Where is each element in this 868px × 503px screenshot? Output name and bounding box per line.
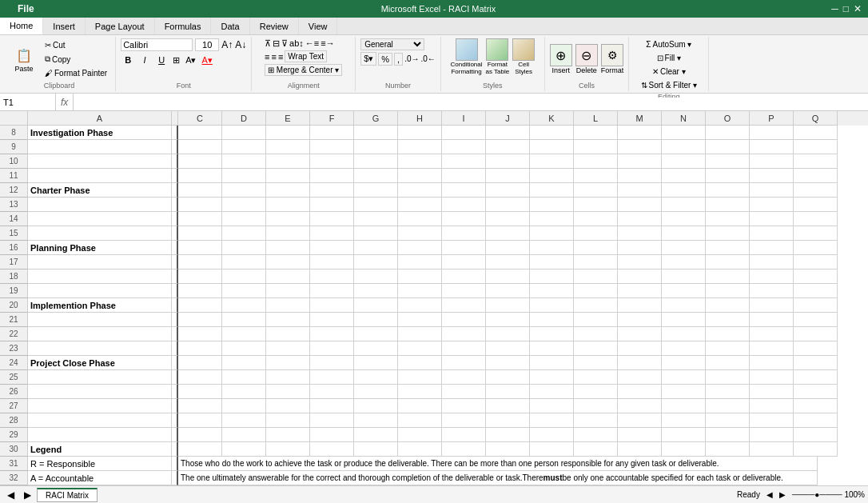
- cell-b12[interactable]: [172, 183, 178, 198]
- cell-o30[interactable]: [706, 442, 750, 457]
- cell-o26[interactable]: [706, 385, 750, 399]
- col-header-i[interactable]: I: [442, 111, 486, 126]
- col-header-h[interactable]: H: [398, 111, 442, 126]
- cell-d20[interactable]: [222, 298, 266, 313]
- cell-l18[interactable]: [574, 269, 618, 284]
- col-header-l[interactable]: L: [574, 111, 618, 126]
- cell-b8[interactable]: [172, 126, 178, 140]
- tab-data[interactable]: Data: [211, 18, 249, 34]
- cell-a11[interactable]: [28, 169, 172, 183]
- cell-q11[interactable]: [794, 169, 838, 183]
- cell-p27[interactable]: [750, 399, 794, 413]
- cell-g18[interactable]: [354, 269, 398, 284]
- cell-j19[interactable]: [486, 284, 530, 298]
- cell-d24[interactable]: [222, 356, 266, 370]
- cell-b9[interactable]: [172, 140, 178, 154]
- cell-l13[interactable]: [574, 198, 618, 212]
- cell-h17[interactable]: [398, 255, 442, 269]
- cell-f26[interactable]: [310, 385, 354, 399]
- cell-q8[interactable]: [794, 126, 838, 140]
- cell-b24[interactable]: [172, 356, 178, 370]
- col-header-b[interactable]: [172, 111, 178, 126]
- cell-b25[interactable]: [172, 370, 178, 385]
- cell-g14[interactable]: [354, 212, 398, 226]
- cell-e22[interactable]: [266, 327, 310, 341]
- cell-m17[interactable]: [618, 255, 662, 269]
- decimal-increase-icon[interactable]: .0→: [404, 54, 419, 63]
- cell-i23[interactable]: [442, 341, 486, 356]
- cell-f10[interactable]: [310, 154, 354, 169]
- col-header-q[interactable]: Q: [794, 111, 838, 126]
- clear-button[interactable]: ✕ Clear ▾: [649, 66, 689, 78]
- cell-o29[interactable]: [706, 428, 750, 442]
- cell-q17[interactable]: [794, 255, 838, 269]
- cell-k11[interactable]: [530, 169, 574, 183]
- cell-h9[interactable]: [398, 140, 442, 154]
- cell-e16[interactable]: [266, 241, 310, 255]
- cell-a15[interactable]: [28, 226, 172, 241]
- col-header-g[interactable]: G: [354, 111, 398, 126]
- cut-button[interactable]: ✂ Cut: [42, 39, 110, 51]
- cell-k20[interactable]: [530, 298, 574, 313]
- cell-l25[interactable]: [574, 370, 618, 385]
- cell-f15[interactable]: [310, 226, 354, 241]
- cell-a13[interactable]: [28, 198, 172, 212]
- col-header-d[interactable]: D: [222, 111, 266, 126]
- cell-l28[interactable]: [574, 413, 618, 428]
- font-name-input[interactable]: [121, 38, 193, 51]
- cell-p20[interactable]: [750, 298, 794, 313]
- cell-g11[interactable]: [354, 169, 398, 183]
- cell-l20[interactable]: [574, 298, 618, 313]
- cell-g24[interactable]: [354, 356, 398, 370]
- cell-n9[interactable]: [662, 140, 706, 154]
- cell-b11[interactable]: [172, 169, 178, 183]
- cell-o21[interactable]: [706, 313, 750, 327]
- cell-f17[interactable]: [310, 255, 354, 269]
- cell-q28[interactable]: [794, 413, 838, 428]
- cell-q13[interactable]: [794, 198, 838, 212]
- cell-j9[interactable]: [486, 140, 530, 154]
- cell-b23[interactable]: [172, 341, 178, 356]
- cell-c30[interactable]: [178, 442, 222, 457]
- cell-l27[interactable]: [574, 399, 618, 413]
- cell-e24[interactable]: [266, 356, 310, 370]
- format-button[interactable]: Format: [601, 66, 624, 74]
- cell-c14[interactable]: [178, 212, 222, 226]
- cell-l8[interactable]: [574, 126, 618, 140]
- cell-f14[interactable]: [310, 212, 354, 226]
- cell-c23[interactable]: [178, 341, 222, 356]
- cell-n30[interactable]: [662, 442, 706, 457]
- cell-j27[interactable]: [486, 399, 530, 413]
- cell-k30[interactable]: [530, 442, 574, 457]
- cell-i17[interactable]: [442, 255, 486, 269]
- cell-j26[interactable]: [486, 385, 530, 399]
- cell-b27[interactable]: [172, 399, 178, 413]
- cell-b32[interactable]: [172, 471, 178, 485]
- cell-b28[interactable]: [172, 413, 178, 428]
- cell-b30[interactable]: [172, 442, 178, 457]
- cell-k22[interactable]: [530, 327, 574, 341]
- col-header-p[interactable]: P: [750, 111, 794, 126]
- cell-h24[interactable]: [398, 356, 442, 370]
- cell-h14[interactable]: [398, 212, 442, 226]
- cell-d8[interactable]: [222, 126, 266, 140]
- cell-o8[interactable]: [706, 126, 750, 140]
- cell-i29[interactable]: [442, 428, 486, 442]
- cell-k19[interactable]: [530, 284, 574, 298]
- cell-k29[interactable]: [530, 428, 574, 442]
- cell-n23[interactable]: [662, 341, 706, 356]
- format-painter-button[interactable]: 🖌 Format Painter: [42, 67, 110, 79]
- cell-f12[interactable]: [310, 183, 354, 198]
- bold-button[interactable]: B: [121, 53, 135, 67]
- cell-p11[interactable]: [750, 169, 794, 183]
- cell-c15[interactable]: [178, 226, 222, 241]
- cell-k16[interactable]: [530, 241, 574, 255]
- cell-p29[interactable]: [750, 428, 794, 442]
- cell-m30[interactable]: [618, 442, 662, 457]
- cell-c16[interactable]: [178, 241, 222, 255]
- cell-c9[interactable]: [178, 140, 222, 154]
- cell-q25[interactable]: [794, 370, 838, 385]
- cell-i13[interactable]: [442, 198, 486, 212]
- conditional-formatting-button[interactable]: ConditionalFormatting: [450, 61, 482, 75]
- border-button[interactable]: ⊞: [173, 55, 180, 66]
